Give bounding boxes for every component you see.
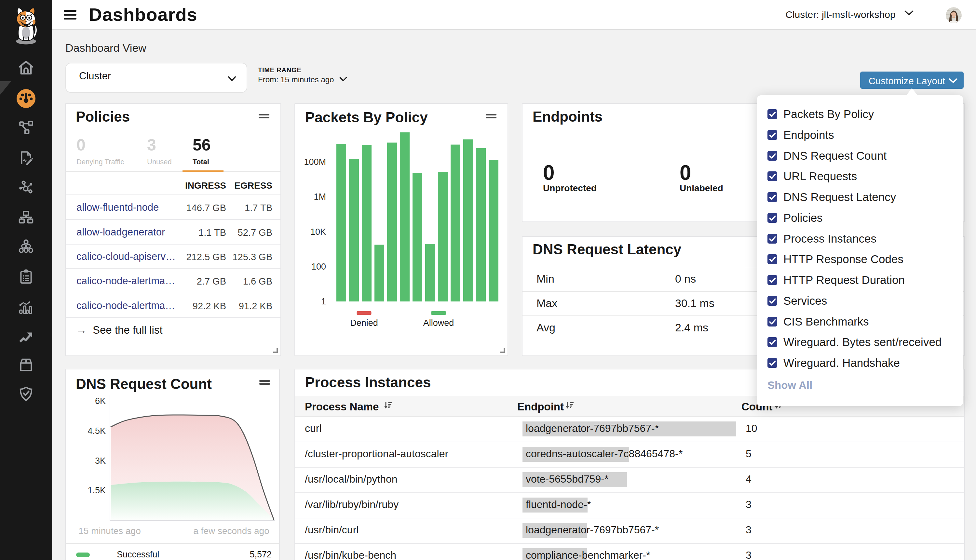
- menu-item-label: DNS Request Count: [783, 149, 886, 162]
- sitemap-icon[interactable]: [0, 210, 52, 226]
- package-box-icon[interactable]: [0, 357, 52, 373]
- column-header-ingress[interactable]: INGRESS: [185, 180, 226, 191]
- y-tick-label: 1: [321, 297, 326, 306]
- dashboard-gauge-icon[interactable]: [0, 91, 52, 107]
- checkbox-checked-icon[interactable]: [767, 130, 777, 140]
- latency-row-label: Max: [537, 297, 557, 310]
- dashboard-view-select[interactable]: Cluster: [65, 63, 247, 93]
- column-header-endpoint[interactable]: Endpoint: [517, 401, 564, 413]
- y-tick-label: 10K: [310, 227, 326, 237]
- policy-link[interactable]: allow-fluentd-node: [77, 202, 159, 213]
- process-name-cell: /cluster-proportional-autoscaler: [305, 448, 448, 460]
- menu-item-http-response-codes[interactable]: HTTP Response Codes: [767, 253, 903, 266]
- bar[interactable]: [336, 144, 346, 302]
- policy-document-icon[interactable]: [0, 150, 52, 166]
- bar[interactable]: [387, 143, 397, 302]
- see-full-list-link[interactable]: →See the full list: [76, 323, 163, 336]
- bar[interactable]: [362, 145, 372, 302]
- bar[interactable]: [400, 132, 410, 302]
- policies-stat-unused[interactable]: 3 Unused: [147, 137, 172, 166]
- hamburger-menu-icon[interactable]: [64, 10, 77, 20]
- stat-label: Denying Traffic: [77, 158, 124, 166]
- policy-egress-value: 125.3 GB: [220, 252, 272, 262]
- calico-cat-logo[interactable]: [0, 6, 52, 45]
- policy-egress-value: 1.7 TB: [220, 203, 272, 213]
- sort-icon[interactable]: [565, 401, 574, 410]
- customize-layout-button[interactable]: Customize Layout: [860, 72, 964, 89]
- endpoints-stat-unprotected: 0 Unprotected: [543, 162, 597, 193]
- stat-label: Unprotected: [543, 183, 597, 193]
- row-divider: [66, 219, 280, 220]
- policy-link[interactable]: allow-loadgenerator: [77, 226, 165, 238]
- menu-item-dns-request-count[interactable]: DNS Request Count: [767, 149, 886, 162]
- clipboard-list-icon[interactable]: [0, 268, 52, 285]
- drag-handle-icon[interactable]: [259, 114, 269, 118]
- page-title: Dashboards: [89, 4, 197, 25]
- service-graph-icon[interactable]: [0, 119, 52, 135]
- bar[interactable]: [412, 173, 422, 302]
- menu-item-process-instances[interactable]: Process Instances: [767, 232, 876, 245]
- cluster-circles-icon[interactable]: [0, 238, 52, 255]
- x-axis-label-start: 15 minutes ago: [78, 526, 140, 536]
- checkbox-checked-icon[interactable]: [767, 254, 777, 264]
- chart-bars-icon[interactable]: [0, 300, 52, 316]
- bar[interactable]: [374, 245, 384, 302]
- menu-item-dns-request-latency[interactable]: DNS Request Latency: [767, 190, 896, 203]
- menu-item-url-requests[interactable]: URL Requests: [767, 170, 857, 183]
- process-name-cell: /var/lib/ruby/bin/ruby: [305, 498, 399, 510]
- stat-value: 56: [193, 137, 211, 153]
- policy-egress-value: 52.7 GB: [220, 227, 272, 238]
- trending-up-icon[interactable]: [0, 329, 52, 345]
- network-nodes-icon[interactable]: [0, 180, 52, 196]
- divider: [66, 543, 279, 544]
- menu-item-cis-benchmarks[interactable]: CIS Benchmarks: [767, 315, 869, 328]
- policies-card-title: Policies: [76, 108, 130, 125]
- bar[interactable]: [425, 244, 435, 302]
- checkbox-checked-icon[interactable]: [767, 172, 777, 181]
- policy-egress-value: 91.2 KB: [220, 301, 272, 312]
- legend-swatch: [431, 311, 446, 315]
- sort-icon[interactable]: [384, 401, 392, 410]
- checkbox-checked-icon[interactable]: [767, 296, 777, 306]
- policies-stat-total[interactable]: 56 Total: [193, 137, 211, 166]
- checkbox-checked-icon[interactable]: [767, 192, 777, 202]
- checkbox-checked-icon[interactable]: [767, 358, 777, 368]
- bar[interactable]: [489, 160, 499, 302]
- dropdown-notch: [906, 88, 918, 95]
- checkbox-checked-icon[interactable]: [767, 213, 777, 223]
- resize-handle[interactable]: [501, 348, 505, 353]
- checkbox-checked-icon[interactable]: [767, 109, 777, 119]
- user-avatar[interactable]: [946, 7, 962, 23]
- process-name-cell: /usr/bin/kube-bench: [305, 549, 396, 560]
- count-cell: 10: [746, 422, 757, 435]
- checkbox-checked-icon[interactable]: [767, 234, 777, 243]
- checkbox-checked-icon[interactable]: [767, 317, 777, 327]
- endpoint-cell: coredns-autoscaler-7c88465478-*: [526, 448, 682, 460]
- bar[interactable]: [450, 145, 460, 302]
- shield-check-icon[interactable]: [0, 386, 52, 402]
- policies-stat-denying-traffic[interactable]: 0 Denying Traffic: [77, 137, 124, 166]
- checkbox-checked-icon[interactable]: [767, 275, 777, 285]
- bar[interactable]: [349, 159, 359, 302]
- time-range-value[interactable]: From: 15 minutes ago: [258, 75, 347, 84]
- menu-item-endpoints[interactable]: Endpoints: [767, 128, 834, 142]
- column-header-process-name[interactable]: Process Name: [305, 401, 379, 413]
- bar[interactable]: [438, 172, 448, 302]
- menu-item-http-request-duration[interactable]: HTTP Request Duration: [767, 273, 905, 287]
- menu-item-wireguard-handshake[interactable]: Wireguard. Handshake: [767, 357, 900, 370]
- home-icon[interactable]: [0, 60, 52, 76]
- show-all-link[interactable]: Show All: [767, 379, 812, 392]
- checkbox-checked-icon[interactable]: [767, 337, 777, 347]
- count-cell: 4: [746, 473, 751, 485]
- bar[interactable]: [463, 140, 473, 302]
- menu-item-wireguard-bytes-sent-received[interactable]: Wireguard. Bytes sent/received: [767, 336, 941, 348]
- menu-item-policies[interactable]: Policies: [767, 212, 823, 224]
- column-header-egress[interactable]: EGRESS: [234, 180, 272, 191]
- resize-handle[interactable]: [273, 348, 278, 353]
- menu-item-packets-by-policy[interactable]: Packets By Policy: [767, 108, 874, 121]
- cluster-switcher[interactable]: Cluster: jlt-msft-workshop: [785, 9, 914, 20]
- bar[interactable]: [476, 148, 486, 302]
- checkbox-checked-icon[interactable]: [767, 151, 777, 161]
- time-range-text: From: 15 minutes ago: [258, 75, 334, 84]
- menu-item-services[interactable]: Services: [767, 294, 827, 307]
